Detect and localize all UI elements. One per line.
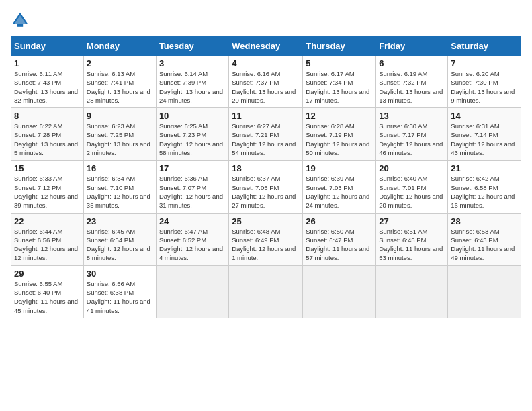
- calendar-day-cell: 26 Sunrise: 6:50 AM Sunset: 6:47 PM Dayl…: [303, 213, 376, 265]
- calendar-day-cell: 12 Sunrise: 6:28 AM Sunset: 7:19 PM Dayl…: [303, 108, 376, 161]
- day-info: Sunrise: 6:50 AM Sunset: 6:47 PM Dayligh…: [306, 227, 373, 263]
- day-info: Sunrise: 6:36 AM Sunset: 7:07 PM Dayligh…: [159, 174, 226, 210]
- day-info: Sunrise: 6:47 AM Sunset: 6:52 PM Dayligh…: [159, 227, 226, 263]
- day-info: Sunrise: 6:17 AM Sunset: 7:34 PM Dayligh…: [306, 69, 373, 105]
- day-info: Sunrise: 6:13 AM Sunset: 7:41 PM Dayligh…: [87, 69, 153, 105]
- calendar: SundayMondayTuesdayWednesdayThursdayFrid…: [11, 36, 521, 318]
- calendar-day-cell: [229, 265, 303, 318]
- calendar-day-cell: 3 Sunrise: 6:14 AM Sunset: 7:39 PM Dayli…: [156, 56, 228, 108]
- day-number: 1: [14, 58, 81, 68]
- calendar-day-cell: 6 Sunrise: 6:19 AM Sunset: 7:32 PM Dayli…: [376, 56, 448, 108]
- calendar-day-cell: 13 Sunrise: 6:30 AM Sunset: 7:17 PM Dayl…: [376, 108, 448, 161]
- day-info: Sunrise: 6:16 AM Sunset: 7:37 PM Dayligh…: [232, 69, 300, 105]
- day-info: Sunrise: 6:11 AM Sunset: 7:43 PM Dayligh…: [14, 69, 81, 105]
- calendar-week-row: 29 Sunrise: 6:55 AM Sunset: 6:40 PM Dayl…: [11, 265, 521, 318]
- day-info: Sunrise: 6:40 AM Sunset: 7:01 PM Dayligh…: [379, 174, 445, 210]
- svg-rect-2: [17, 24, 23, 27]
- calendar-day-cell: 4 Sunrise: 6:16 AM Sunset: 7:37 PM Dayli…: [229, 56, 303, 108]
- calendar-day-cell: [376, 265, 448, 318]
- calendar-day-cell: 10 Sunrise: 6:25 AM Sunset: 7:23 PM Dayl…: [156, 108, 228, 161]
- weekday-header: Saturday: [448, 37, 521, 56]
- calendar-day-cell: 19 Sunrise: 6:39 AM Sunset: 7:03 PM Dayl…: [303, 161, 376, 213]
- day-number: 26: [306, 216, 373, 226]
- day-number: 21: [451, 163, 518, 173]
- day-info: Sunrise: 6:34 AM Sunset: 7:10 PM Dayligh…: [87, 174, 153, 210]
- day-info: Sunrise: 6:31 AM Sunset: 7:14 PM Dayligh…: [451, 122, 518, 157]
- calendar-day-cell: 18 Sunrise: 6:37 AM Sunset: 7:05 PM Dayl…: [229, 161, 303, 213]
- day-info: Sunrise: 6:22 AM Sunset: 7:28 PM Dayligh…: [14, 122, 81, 157]
- calendar-day-cell: [156, 265, 228, 318]
- day-info: Sunrise: 6:37 AM Sunset: 7:05 PM Dayligh…: [232, 174, 300, 210]
- day-number: 11: [232, 111, 300, 121]
- day-number: 8: [14, 111, 81, 121]
- calendar-day-cell: [448, 265, 521, 318]
- day-info: Sunrise: 6:42 AM Sunset: 6:58 PM Dayligh…: [451, 174, 518, 210]
- weekday-header: Tuesday: [156, 37, 228, 56]
- day-number: 18: [232, 163, 300, 173]
- day-number: 5: [306, 58, 373, 68]
- day-info: Sunrise: 6:45 AM Sunset: 6:54 PM Dayligh…: [87, 227, 153, 263]
- calendar-day-cell: [303, 265, 376, 318]
- day-info: Sunrise: 6:14 AM Sunset: 7:39 PM Dayligh…: [159, 69, 226, 105]
- calendar-week-row: 8 Sunrise: 6:22 AM Sunset: 7:28 PM Dayli…: [11, 108, 521, 161]
- calendar-week-row: 22 Sunrise: 6:44 AM Sunset: 6:56 PM Dayl…: [11, 213, 521, 265]
- calendar-day-cell: 20 Sunrise: 6:40 AM Sunset: 7:01 PM Dayl…: [376, 161, 448, 213]
- day-number: 25: [232, 216, 300, 226]
- day-number: 7: [451, 58, 518, 68]
- calendar-day-cell: 16 Sunrise: 6:34 AM Sunset: 7:10 PM Dayl…: [83, 161, 156, 213]
- day-info: Sunrise: 6:39 AM Sunset: 7:03 PM Dayligh…: [306, 174, 373, 210]
- day-number: 10: [159, 111, 226, 121]
- calendar-day-cell: 28 Sunrise: 6:53 AM Sunset: 6:43 PM Dayl…: [448, 213, 521, 265]
- day-number: 30: [87, 269, 153, 279]
- day-number: 17: [159, 163, 226, 173]
- calendar-day-cell: 27 Sunrise: 6:51 AM Sunset: 6:45 PM Dayl…: [376, 213, 448, 265]
- day-number: 15: [14, 163, 81, 173]
- day-info: Sunrise: 6:55 AM Sunset: 6:40 PM Dayligh…: [14, 279, 81, 315]
- day-number: 24: [159, 216, 226, 226]
- day-info: Sunrise: 6:56 AM Sunset: 6:38 PM Dayligh…: [87, 279, 153, 315]
- header: [11, 11, 521, 30]
- weekday-header: Monday: [83, 37, 156, 56]
- calendar-day-cell: 22 Sunrise: 6:44 AM Sunset: 6:56 PM Dayl…: [11, 213, 84, 265]
- calendar-week-row: 1 Sunrise: 6:11 AM Sunset: 7:43 PM Dayli…: [11, 56, 521, 108]
- calendar-day-cell: 30 Sunrise: 6:56 AM Sunset: 6:38 PM Dayl…: [83, 265, 156, 318]
- day-number: 27: [379, 216, 445, 226]
- day-info: Sunrise: 6:48 AM Sunset: 6:49 PM Dayligh…: [232, 227, 300, 263]
- day-info: Sunrise: 6:28 AM Sunset: 7:19 PM Dayligh…: [306, 122, 373, 157]
- weekday-header: Sunday: [11, 37, 84, 56]
- calendar-day-cell: 11 Sunrise: 6:27 AM Sunset: 7:21 PM Dayl…: [229, 108, 303, 161]
- day-number: 23: [87, 216, 153, 226]
- day-info: Sunrise: 6:23 AM Sunset: 7:25 PM Dayligh…: [87, 122, 153, 157]
- calendar-header-row: SundayMondayTuesdayWednesdayThursdayFrid…: [11, 37, 521, 56]
- calendar-day-cell: 9 Sunrise: 6:23 AM Sunset: 7:25 PM Dayli…: [83, 108, 156, 161]
- calendar-day-cell: 29 Sunrise: 6:55 AM Sunset: 6:40 PM Dayl…: [11, 265, 84, 318]
- calendar-day-cell: 1 Sunrise: 6:11 AM Sunset: 7:43 PM Dayli…: [11, 56, 84, 108]
- day-number: 12: [306, 111, 373, 121]
- day-number: 28: [451, 216, 518, 226]
- day-number: 29: [14, 269, 81, 279]
- calendar-day-cell: 2 Sunrise: 6:13 AM Sunset: 7:41 PM Dayli…: [83, 56, 156, 108]
- weekday-header: Friday: [376, 37, 448, 56]
- calendar-day-cell: 25 Sunrise: 6:48 AM Sunset: 6:49 PM Dayl…: [229, 213, 303, 265]
- day-number: 14: [451, 111, 518, 121]
- calendar-day-cell: 5 Sunrise: 6:17 AM Sunset: 7:34 PM Dayli…: [303, 56, 376, 108]
- day-number: 2: [87, 58, 153, 68]
- calendar-day-cell: 15 Sunrise: 6:33 AM Sunset: 7:12 PM Dayl…: [11, 161, 84, 213]
- day-info: Sunrise: 6:53 AM Sunset: 6:43 PM Dayligh…: [451, 227, 518, 263]
- day-number: 20: [379, 163, 445, 173]
- day-info: Sunrise: 6:33 AM Sunset: 7:12 PM Dayligh…: [14, 174, 81, 210]
- calendar-week-row: 15 Sunrise: 6:33 AM Sunset: 7:12 PM Dayl…: [11, 161, 521, 213]
- day-info: Sunrise: 6:27 AM Sunset: 7:21 PM Dayligh…: [232, 122, 300, 157]
- day-info: Sunrise: 6:51 AM Sunset: 6:45 PM Dayligh…: [379, 227, 445, 263]
- calendar-day-cell: 23 Sunrise: 6:45 AM Sunset: 6:54 PM Dayl…: [83, 213, 156, 265]
- logo-icon: [11, 11, 30, 30]
- day-number: 13: [379, 111, 445, 121]
- calendar-day-cell: 17 Sunrise: 6:36 AM Sunset: 7:07 PM Dayl…: [156, 161, 228, 213]
- day-number: 3: [159, 58, 226, 68]
- weekday-header: Wednesday: [229, 37, 303, 56]
- day-number: 4: [232, 58, 300, 68]
- day-number: 6: [379, 58, 445, 68]
- day-info: Sunrise: 6:25 AM Sunset: 7:23 PM Dayligh…: [159, 122, 226, 157]
- day-number: 9: [87, 111, 153, 121]
- calendar-day-cell: 7 Sunrise: 6:20 AM Sunset: 7:30 PM Dayli…: [448, 56, 521, 108]
